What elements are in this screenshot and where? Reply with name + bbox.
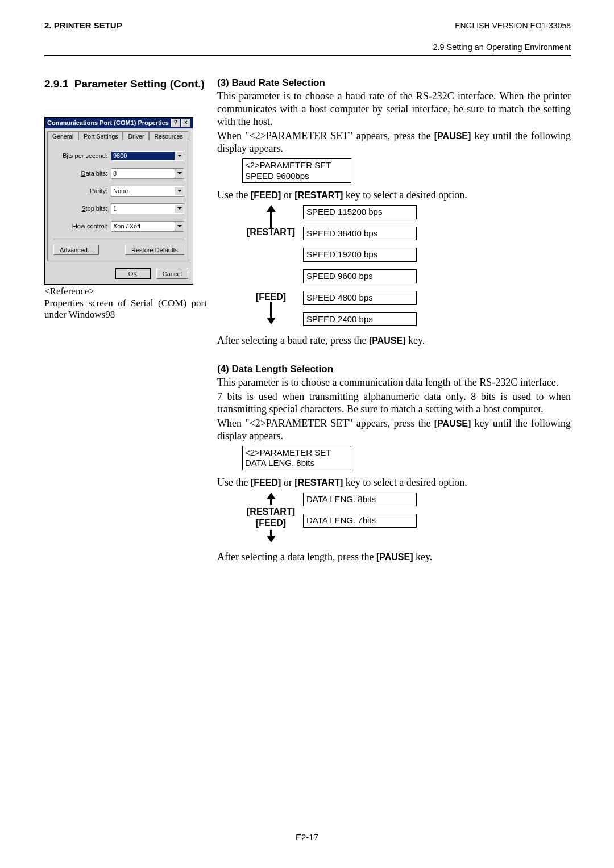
section-number: 2.9.1 bbox=[44, 78, 68, 90]
option-item: SPEED 115200 bps bbox=[303, 205, 417, 219]
lcd-line: <2>PARAMETER SET bbox=[245, 448, 349, 458]
data-length-options: [RESTART] [FEED] DATA LENG. 8bits DATA L… bbox=[247, 493, 571, 542]
value-stop-bits: 1 bbox=[111, 205, 175, 213]
chevron-down-icon[interactable] bbox=[175, 222, 184, 231]
baud-rate-p1: This parameter is to choose a baud rate … bbox=[217, 90, 571, 128]
label-stop-bits: Stop bits: bbox=[53, 205, 111, 212]
option-item: SPEED 4800 bps bbox=[303, 291, 417, 305]
baud-rate-after: After selecting a baud rate, press the [… bbox=[217, 334, 571, 347]
chevron-down-icon[interactable] bbox=[175, 205, 184, 213]
page-number: E2-17 bbox=[0, 832, 614, 842]
data-length-lcd: <2>PARAMETER SET DATA LENG. 8bits bbox=[242, 446, 351, 471]
section-title-text: Parameter Setting (Cont.) bbox=[74, 78, 205, 90]
select-parity[interactable]: None bbox=[111, 186, 184, 197]
lcd-line: DATA LENG. 8bits bbox=[245, 458, 349, 469]
arrow-down-icon bbox=[265, 530, 277, 542]
help-icon[interactable]: ? bbox=[171, 119, 180, 127]
data-length-option-list: DATA LENG. 8bits DATA LENG. 7bits bbox=[303, 493, 417, 528]
value-bps: 9600 bbox=[111, 152, 175, 160]
tab-driver[interactable]: Driver bbox=[123, 131, 149, 140]
option-item: DATA LENG. 7bits bbox=[303, 514, 417, 528]
page-header: 2. PRINTER SETUP ENGLISH VERSION EO1-330… bbox=[44, 20, 571, 30]
close-icon[interactable]: × bbox=[181, 119, 190, 127]
document-id: ENGLISH VERSION EO1-33058 bbox=[455, 21, 571, 30]
baud-rate-p2: When "<2>PARAMETER SET" appears, press t… bbox=[217, 130, 571, 155]
feed-label: [FEED] bbox=[256, 293, 286, 302]
data-length-title: (4) Data Length Selection bbox=[217, 363, 571, 375]
data-length-p3: When "<2>PARAMETER SET" appears, press t… bbox=[217, 417, 571, 443]
nav-arrows: [RESTART] [FEED] bbox=[247, 205, 295, 324]
tab-general[interactable]: General bbox=[47, 131, 78, 140]
select-data-bits[interactable]: 8 bbox=[111, 168, 184, 179]
field-data-bits: Data bits: 8 bbox=[53, 168, 184, 179]
field-flow-control: Flow control: Xon / Xoff bbox=[53, 221, 184, 232]
ok-button[interactable]: OK bbox=[115, 268, 151, 279]
baud-option-list: SPEED 115200 bps SPEED 38400 bps SPEED 1… bbox=[303, 205, 417, 327]
advanced-button[interactable]: Advanced... bbox=[53, 245, 99, 255]
select-bps[interactable]: 9600 bbox=[111, 151, 184, 161]
tab-resources[interactable]: Resources bbox=[149, 131, 188, 140]
label-flow-control: Flow control: bbox=[53, 223, 111, 229]
dialog-bottom-buttons: OK Cancel bbox=[45, 264, 193, 284]
section-path: 2.9 Setting an Operating Environment bbox=[44, 43, 571, 52]
lcd-line: SPEED 9600bps bbox=[245, 171, 349, 182]
select-flow-control[interactable]: Xon / Xoff bbox=[111, 221, 184, 232]
header-rule bbox=[44, 55, 571, 56]
dialog-panel: Bits per second: 9600 Data bits: 8 bbox=[47, 140, 190, 261]
reference-label: <Reference> bbox=[44, 286, 207, 297]
restart-label: [RESTART] bbox=[247, 507, 295, 516]
chapter-title: 2. PRINTER SETUP bbox=[44, 20, 122, 30]
tab-port-settings[interactable]: Port Settings bbox=[78, 131, 123, 140]
value-parity: None bbox=[111, 187, 175, 195]
right-column: (3) Baud Rate Selection This parameter i… bbox=[217, 77, 571, 564]
option-item: SPEED 9600 bps bbox=[303, 269, 417, 283]
arrow-down-icon bbox=[265, 302, 277, 324]
lcd-line: <2>PARAMETER SET bbox=[245, 160, 349, 171]
data-length-p1: This parameter is to choose a communicat… bbox=[217, 376, 571, 389]
field-bps: Bits per second: 9600 bbox=[53, 151, 184, 161]
baud-rate-lcd: <2>PARAMETER SET SPEED 9600bps bbox=[242, 158, 351, 183]
option-item: DATA LENG. 8bits bbox=[303, 493, 417, 507]
dialog-mid-buttons: Advanced... Restore Defaults bbox=[53, 245, 184, 255]
chevron-down-icon[interactable] bbox=[175, 169, 184, 178]
com-port-dialog: Communications Port (COM1) Properties ? … bbox=[44, 117, 193, 285]
body: 2.9.1 Parameter Setting (Cont.) Communic… bbox=[44, 77, 571, 564]
option-item: SPEED 19200 bps bbox=[303, 248, 417, 262]
feed-label: [FEED] bbox=[256, 519, 286, 528]
option-item: SPEED 38400 bps bbox=[303, 227, 417, 241]
section-number-title: 2.9.1 Parameter Setting (Cont.) bbox=[44, 77, 207, 92]
dialog-separator bbox=[53, 239, 184, 239]
field-parity: Parity: None bbox=[53, 186, 184, 197]
option-item: SPEED 2400 bps bbox=[303, 312, 417, 327]
label-data-bits: Data bits: bbox=[53, 170, 111, 177]
page: 2. PRINTER SETUP ENGLISH VERSION EO1-330… bbox=[0, 0, 614, 868]
left-column: 2.9.1 Parameter Setting (Cont.) Communic… bbox=[44, 77, 207, 564]
titlebar-buttons: ? × bbox=[171, 119, 190, 127]
nav-arrows: [RESTART] [FEED] bbox=[247, 493, 295, 542]
baud-rate-feedrestart: Use the [FEED] or [RESTART] key to selec… bbox=[217, 189, 571, 202]
arrow-up-icon bbox=[265, 205, 277, 228]
dialog-titlebar: Communications Port (COM1) Properties ? … bbox=[45, 118, 193, 128]
data-length-feedrestart: Use the [FEED] or [RESTART] key to selec… bbox=[217, 476, 571, 489]
cancel-button[interactable]: Cancel bbox=[156, 269, 188, 279]
baud-rate-options: [RESTART] [FEED] SPEED 115200 bps SPEED … bbox=[247, 205, 571, 327]
field-stop-bits: Stop bits: 1 bbox=[53, 203, 184, 214]
data-length-after: After selecting a data length, press the… bbox=[217, 550, 571, 564]
baud-rate-title: (3) Baud Rate Selection bbox=[217, 77, 571, 89]
dialog-title: Communications Port (COM1) Properties bbox=[47, 119, 169, 126]
chevron-down-icon[interactable] bbox=[175, 152, 184, 160]
label-bps: Bits per second: bbox=[53, 152, 111, 159]
label-parity: Parity: bbox=[53, 187, 111, 194]
dialog-tabstrip: General Port Settings Driver Resources bbox=[47, 131, 190, 140]
restore-defaults-button[interactable]: Restore Defaults bbox=[125, 245, 184, 255]
chevron-down-icon[interactable] bbox=[175, 187, 184, 195]
data-length-p2: 7 bits is used when transmitting alphanu… bbox=[217, 390, 571, 416]
reference-text: Properties screen of Serial (COM) port u… bbox=[44, 298, 207, 320]
restart-label: [RESTART] bbox=[247, 228, 295, 237]
value-data-bits: 8 bbox=[111, 169, 175, 178]
arrow-up-icon bbox=[265, 493, 277, 505]
value-flow-control: Xon / Xoff bbox=[111, 222, 175, 231]
select-stop-bits[interactable]: 1 bbox=[111, 203, 184, 214]
